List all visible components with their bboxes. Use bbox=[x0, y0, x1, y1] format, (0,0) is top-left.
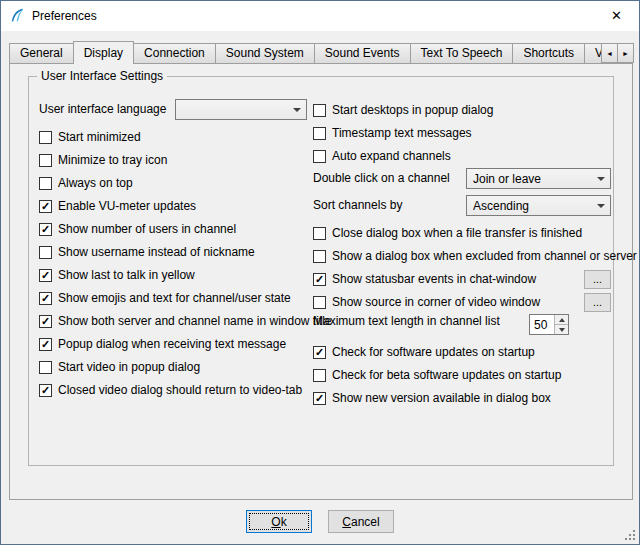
tab-bar: GeneralDisplayConnectionSound SystemSoun… bbox=[9, 40, 615, 64]
chevron-down-icon bbox=[288, 100, 306, 119]
dialog-buttons: Ok Cancel bbox=[1, 510, 639, 533]
close-button[interactable]: ✕ bbox=[594, 1, 639, 30]
title-bar: Preferences ✕ bbox=[1, 1, 639, 31]
checkbox-row-show-emojis-and-text-for-channel-user-state[interactable]: ✓Show emojis and text for channel/user s… bbox=[39, 287, 311, 310]
checkbox-row-show-both-server-and-channel-name-in-window-title[interactable]: ✓Show both server and channel name in wi… bbox=[39, 310, 311, 333]
sort-channels-select[interactable]: Ascending bbox=[466, 195, 611, 216]
tab-general[interactable]: General bbox=[9, 43, 74, 63]
language-select[interactable] bbox=[175, 99, 307, 120]
checkbox-row-show-source-in-corner-of-video-window[interactable]: Show source in corner of video window... bbox=[313, 291, 611, 314]
checkbox-label: Show statusbar events in chat-window bbox=[332, 273, 536, 286]
checkbox-checked-icon[interactable]: ✓ bbox=[39, 292, 52, 305]
checkbox-label: Start video in popup dialog bbox=[58, 361, 200, 374]
checkbox-checked-icon[interactable]: ✓ bbox=[39, 269, 52, 282]
checkbox-label: Show new version available in dialog box bbox=[332, 392, 551, 405]
checkbox-row-show-statusbar-events-in-chat-window[interactable]: ✓Show statusbar events in chat-window... bbox=[313, 268, 611, 291]
double-click-select[interactable]: Join or leave bbox=[466, 168, 611, 189]
tab-display[interactable]: Display bbox=[73, 41, 134, 64]
checkbox-unchecked-icon[interactable] bbox=[39, 154, 52, 167]
checkbox-checked-icon[interactable]: ✓ bbox=[39, 338, 52, 351]
ellipsis-button[interactable]: ... bbox=[584, 270, 611, 289]
checkbox-row-close-dialog-box-when-a-file-transfer-is-finished[interactable]: Close dialog box when a file transfer is… bbox=[313, 222, 611, 245]
checkbox-unchecked-icon[interactable] bbox=[313, 104, 326, 117]
checkbox-label: Check for software updates on startup bbox=[332, 346, 535, 359]
checkbox-label: Show both server and channel name in win… bbox=[58, 315, 332, 328]
checkbox-unchecked-icon[interactable] bbox=[313, 296, 326, 309]
double-click-selected-value: Join or leave bbox=[473, 172, 592, 186]
right-checkbox-list-bottom: ✓Check for software updates on startupCh… bbox=[313, 341, 611, 410]
checkbox-checked-icon[interactable]: ✓ bbox=[313, 273, 326, 286]
checkbox-row-enable-vu-meter-updates[interactable]: ✓Enable VU-meter updates bbox=[39, 195, 311, 218]
checkbox-row-closed-video-dialog-should-return-to-video-tab[interactable]: ✓Closed video dialog should return to vi… bbox=[39, 379, 311, 402]
checkbox-unchecked-icon[interactable] bbox=[313, 369, 326, 382]
checkbox-label: Popup dialog when receiving text message bbox=[58, 338, 286, 351]
checkbox-row-show-username-instead-of-nickname[interactable]: Show username instead of nickname bbox=[39, 241, 311, 264]
checkbox-row-show-number-of-users-in-channel[interactable]: ✓Show number of users in channel bbox=[39, 218, 311, 241]
checkbox-label: Show last to talk in yellow bbox=[58, 269, 195, 282]
checkbox-row-auto-expand-channels[interactable]: Auto expand channels bbox=[313, 145, 611, 168]
resize-grip[interactable] bbox=[623, 528, 637, 542]
ellipsis-button[interactable]: ... bbox=[584, 293, 611, 312]
chevron-down-icon bbox=[592, 169, 610, 188]
display-tab-page: User Interface Settings User interface l… bbox=[9, 63, 633, 500]
checkbox-label: Enable VU-meter updates bbox=[58, 200, 196, 213]
checkbox-unchecked-icon[interactable] bbox=[39, 246, 52, 259]
checkbox-checked-icon[interactable]: ✓ bbox=[313, 392, 326, 405]
tab-shortcuts[interactable]: Shortcuts bbox=[512, 43, 585, 63]
tab-scroll-right-icon[interactable]: ► bbox=[617, 43, 634, 63]
checkbox-checked-icon[interactable]: ✓ bbox=[39, 315, 52, 328]
checkbox-checked-icon[interactable]: ✓ bbox=[39, 200, 52, 213]
cancel-button[interactable]: Cancel bbox=[328, 510, 394, 533]
checkbox-label: Minimize to tray icon bbox=[58, 154, 167, 167]
checkbox-checked-icon[interactable]: ✓ bbox=[39, 384, 52, 397]
ok-button[interactable]: Ok bbox=[246, 510, 312, 533]
checkbox-row-start-desktops-in-popup-dialog[interactable]: Start desktops in popup dialog bbox=[313, 99, 611, 122]
right-checkbox-list-top: Start desktops in popup dialogTimestamp … bbox=[313, 99, 611, 168]
checkbox-row-show-new-version-available-in-dialog-box[interactable]: ✓Show new version available in dialog bo… bbox=[313, 387, 611, 410]
checkbox-unchecked-icon[interactable] bbox=[39, 177, 52, 190]
checkbox-row-check-for-software-updates-on-startup[interactable]: ✓Check for software updates on startup bbox=[313, 341, 611, 364]
tab-scroll-left-icon[interactable]: ◄ bbox=[601, 43, 618, 63]
spin-down-icon[interactable] bbox=[555, 324, 568, 334]
checkbox-checked-icon[interactable]: ✓ bbox=[39, 223, 52, 236]
checkbox-row-timestamp-text-messages[interactable]: Timestamp text messages bbox=[313, 122, 611, 145]
checkbox-row-check-for-beta-software-updates-on-startup[interactable]: Check for beta software updates on start… bbox=[313, 364, 611, 387]
checkbox-unchecked-icon[interactable] bbox=[313, 227, 326, 240]
app-icon bbox=[9, 8, 25, 24]
checkbox-unchecked-icon[interactable] bbox=[39, 361, 52, 374]
checkbox-row-show-a-dialog-box-when-excluded-from-channel-or-server[interactable]: Show a dialog box when excluded from cha… bbox=[313, 245, 611, 268]
checkbox-checked-icon[interactable]: ✓ bbox=[313, 346, 326, 359]
max-text-length-spinbox[interactable]: 50 bbox=[529, 314, 569, 335]
preferences-window: Preferences ✕ GeneralDisplayConnectionSo… bbox=[0, 0, 640, 545]
max-text-length-row: Maximum text length in channel list 50 bbox=[313, 314, 611, 341]
spinner-buttons bbox=[554, 315, 568, 334]
checkbox-row-start-video-in-popup-dialog[interactable]: Start video in popup dialog bbox=[39, 356, 311, 379]
checkbox-row-show-last-to-talk-in-yellow[interactable]: ✓Show last to talk in yellow bbox=[39, 264, 311, 287]
sort-channels-row: Sort channels by Ascending bbox=[313, 195, 611, 222]
checkbox-row-start-minimized[interactable]: Start minimized bbox=[39, 126, 311, 149]
checkbox-row-always-on-top[interactable]: Always on top bbox=[39, 172, 311, 195]
group-title: User Interface Settings bbox=[37, 69, 167, 83]
chevron-down-icon bbox=[592, 196, 610, 215]
checkbox-row-popup-dialog-when-receiving-text-message[interactable]: ✓Popup dialog when receiving text messag… bbox=[39, 333, 311, 356]
checkbox-unchecked-icon[interactable] bbox=[313, 150, 326, 163]
checkbox-unchecked-icon[interactable] bbox=[313, 250, 326, 263]
sort-channels-selected-value: Ascending bbox=[473, 199, 592, 213]
checkbox-label: Check for beta software updates on start… bbox=[332, 369, 561, 382]
tab-scroll-control: ◄ ► bbox=[602, 43, 634, 63]
checkbox-row-minimize-to-tray-icon[interactable]: Minimize to tray icon bbox=[39, 149, 311, 172]
checkbox-unchecked-icon[interactable] bbox=[39, 131, 52, 144]
right-column: Start desktops in popup dialogTimestamp … bbox=[313, 99, 611, 410]
tab-sound-events[interactable]: Sound Events bbox=[314, 43, 411, 63]
tab-connection[interactable]: Connection bbox=[133, 43, 216, 63]
checkbox-unchecked-icon[interactable] bbox=[313, 127, 326, 140]
checkbox-label: Timestamp text messages bbox=[332, 127, 472, 140]
tab-text-to-speech[interactable]: Text To Speech bbox=[410, 43, 514, 63]
checkbox-label: Show username instead of nickname bbox=[58, 246, 255, 259]
spin-up-icon[interactable] bbox=[555, 315, 568, 324]
max-text-length-input[interactable]: 50 bbox=[530, 315, 554, 334]
tab-sound-system[interactable]: Sound System bbox=[215, 43, 315, 63]
right-checkbox-list-mid: Close dialog box when a file transfer is… bbox=[313, 222, 611, 314]
checkbox-label: Close dialog box when a file transfer is… bbox=[332, 227, 582, 240]
checkbox-label: Show a dialog box when excluded from cha… bbox=[332, 250, 637, 263]
